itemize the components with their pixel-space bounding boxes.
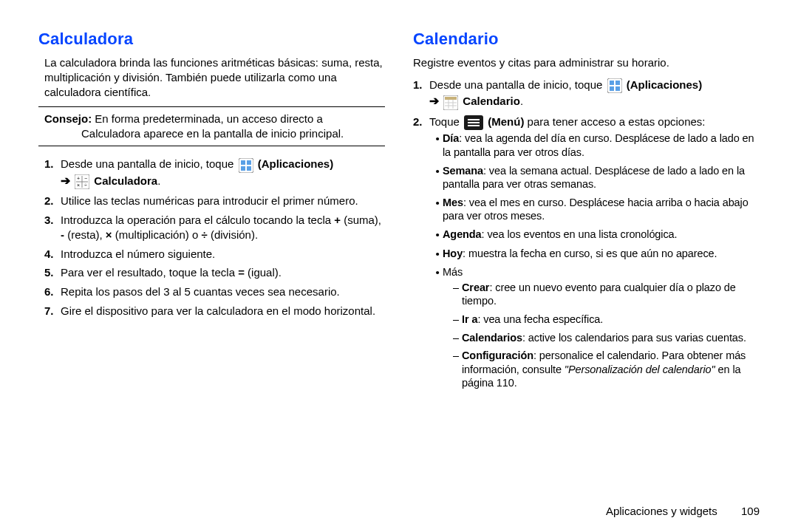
- tip-label: Consejo:: [44, 112, 92, 125]
- tip-box: Consejo: En forma predeterminada, un acc…: [38, 106, 385, 146]
- apps-icon: [607, 78, 622, 93]
- svg-text:+: +: [77, 176, 80, 181]
- step-6: 6.Repita los pasos del 3 al 5 cuantas ve…: [44, 284, 385, 299]
- menu-icon: [464, 115, 483, 130]
- svg-rect-14: [615, 81, 620, 85]
- svg-text:×: ×: [77, 183, 80, 188]
- step-2: 2.Utilice las teclas numéricas para intr…: [44, 194, 385, 208]
- svg-rect-25: [468, 122, 480, 123]
- svg-rect-18: [445, 97, 457, 100]
- menu-options: Día: vea la agenda del día en curso. Des…: [432, 132, 760, 394]
- svg-text:÷: ÷: [84, 183, 87, 188]
- calculator-icon: +−×÷: [75, 174, 89, 189]
- svg-rect-16: [615, 86, 620, 91]
- calendar-intro: Registre eventos y citas para administra…: [413, 55, 760, 70]
- left-column: Calculadora La calculadora brinda las fu…: [38, 24, 385, 403]
- svg-text:−: −: [84, 176, 87, 181]
- apps-icon: [239, 157, 253, 173]
- opt-dia: Día: vea la agenda del día en curso. Des…: [432, 132, 760, 159]
- arrow-icon: ➔: [61, 174, 70, 187]
- page-footer: Aplicaciones y widgets 109: [606, 505, 760, 517]
- sub-ira: Ir a: vea una fecha específica.: [450, 313, 760, 327]
- cal-step-1: 1. Desde una pantalla de inicio, toque (…: [413, 78, 760, 110]
- opt-semana: Semana: vea la semana actual. Desplácese…: [432, 164, 760, 191]
- more-options: Crear: cree un nuevo evento para cualqui…: [450, 281, 760, 390]
- tip-body: En forma predeterminada, un acceso direc…: [81, 112, 344, 140]
- svg-rect-13: [610, 81, 614, 85]
- svg-rect-3: [241, 166, 245, 171]
- sub-calendarios: Calendarios: active los calendarios para…: [450, 331, 760, 345]
- svg-rect-15: [610, 86, 614, 91]
- calendar-icon: [443, 95, 458, 110]
- calculator-steps: 1. Desde una pantalla de inicio, toque (…: [44, 157, 385, 318]
- page-number: 109: [741, 505, 760, 517]
- footer-section: Aplicaciones y widgets: [606, 505, 717, 517]
- calendar-heading: Calendario: [413, 28, 760, 50]
- step-3: 3. Introduzca la operación para el cálcu…: [44, 213, 385, 242]
- arrow-icon: ➔: [429, 95, 439, 107]
- svg-rect-26: [468, 125, 480, 126]
- opt-mas: Más Crear: cree un nuevo evento para cua…: [432, 265, 760, 394]
- svg-rect-4: [247, 166, 251, 171]
- calendar-steps: 1. Desde una pantalla de inicio, toque (…: [413, 78, 760, 399]
- opt-agenda: Agenda: vea los eventos en una lista cro…: [432, 228, 760, 242]
- svg-rect-24: [468, 119, 480, 120]
- sub-config: Configuración: personalice el calendario…: [450, 349, 760, 390]
- opt-mes: Mes: vea el mes en curso. Desplácese hac…: [432, 196, 760, 223]
- right-column: Calendario Registre eventos y citas para…: [413, 24, 760, 403]
- svg-rect-2: [247, 160, 251, 165]
- opt-hoy: Hoy: muestra la fecha en curso, si es qu…: [432, 247, 760, 262]
- sub-crear: Crear: cree un nuevo evento para cualqui…: [450, 281, 760, 308]
- step-4: 4.Introduzca el número siguiente.: [44, 247, 385, 262]
- cal-step-2: 2. Toque (Menú) para tener acceso a esta…: [413, 115, 760, 399]
- step-7: 7.Gire el dispositivo para ver la calcul…: [44, 304, 385, 318]
- step-5: 5. Para ver el resultado, toque la tecla…: [44, 265, 385, 280]
- svg-rect-1: [241, 160, 245, 165]
- calculator-heading: Calculadora: [38, 28, 385, 50]
- step-1: 1. Desde una pantalla de inicio, toque (…: [44, 157, 385, 189]
- calculator-intro: La calculadora brinda las funciones arit…: [44, 55, 385, 99]
